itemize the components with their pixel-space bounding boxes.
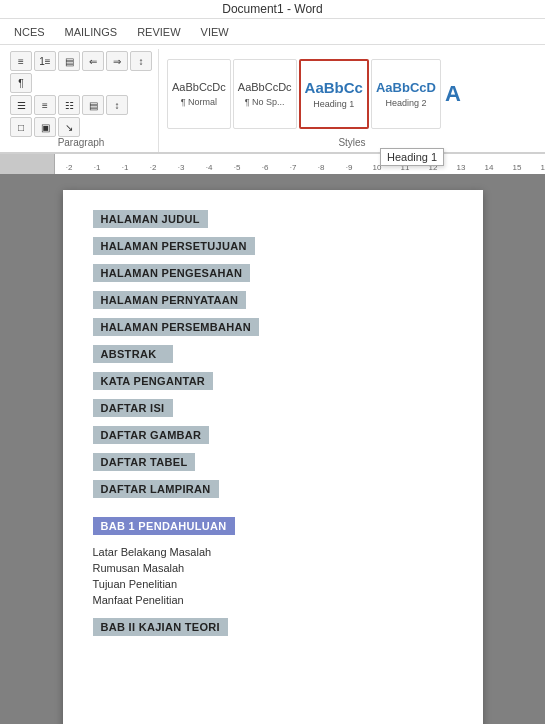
sort-icon[interactable]: ↕ [130, 51, 152, 71]
toc-item-kata-pengantar[interactable]: KATA PENGANTAR [93, 372, 214, 390]
title-bar: Document1 - Word [0, 0, 545, 19]
toc-item-daftar-isi[interactable]: DAFTAR ISI [93, 399, 173, 417]
toc-item-row: DAFTAR GAMBAR [93, 426, 453, 449]
shading-icon[interactable]: ▣ [34, 117, 56, 137]
ruler-numbers: ·2 ·1 ·1 ·2 ·3 ·4 ·5 ·6 ·7 ·8 ·9 10 11 1… [55, 163, 545, 172]
ruler-num: ·2 [55, 163, 83, 172]
style-heading2-label: Heading 2 [385, 98, 426, 108]
heading-tooltip: Heading 1 [380, 148, 444, 166]
toc-item-row: KATA PENGANTAR [93, 372, 453, 395]
ruler-num: ·4 [195, 163, 223, 172]
page: HALAMAN JUDUL HALAMAN PERSETUJUAN HALAMA… [63, 190, 483, 724]
paragraph-row-2: ¶ [10, 73, 152, 93]
list-bullet-icon[interactable]: ≡ [10, 51, 32, 71]
ruler-num: 13 [447, 163, 475, 172]
expand-icon: A [445, 81, 461, 107]
ruler-num: ·3 [167, 163, 195, 172]
paragraph-row-3: ☰ ≡ ☷ ▤ ↕ [10, 95, 152, 115]
tab-mailings[interactable]: MAILINGS [55, 22, 128, 42]
ruler-num: 16 [531, 163, 545, 172]
sub-item-tujuan-penelitian[interactable]: Tujuan Penelitian [93, 576, 453, 592]
style-heading1-label: Heading 1 [313, 99, 354, 109]
list-number-icon[interactable]: 1≡ [34, 51, 56, 71]
ruler-num: ·1 [111, 163, 139, 172]
paragraph-group: ≡ 1≡ ▤ ⇐ ⇒ ↕ ¶ ☰ ≡ ☷ ▤ ↕ □ ▣ ↘ [4, 49, 159, 152]
style-normal[interactable]: AaBbCcDc ¶ Normal [167, 59, 231, 129]
increase-indent-icon[interactable]: ⇒ [106, 51, 128, 71]
document-area: HALAMAN JUDUL HALAMAN PERSETUJUAN HALAMA… [0, 174, 545, 724]
style-normal-label: ¶ Normal [181, 97, 217, 107]
toc-item-row: HALAMAN PERSETUJUAN [93, 237, 453, 260]
style-normal-preview: AaBbCcDc [172, 81, 226, 94]
align-left-icon[interactable]: ☰ [10, 95, 32, 115]
ribbon-tabs: NCES MAILINGS REVIEW VIEW [0, 19, 545, 45]
paragraph-expand-icon[interactable]: ↘ [58, 117, 80, 137]
paragraph-label: Paragraph [58, 137, 105, 150]
toc-item-row: HALAMAN PERNYATAAN [93, 291, 453, 314]
paragraph-row-4: □ ▣ ↘ [10, 117, 152, 137]
ruler-num: ·1 [83, 163, 111, 172]
ruler-right: ·2 ·1 ·1 ·2 ·3 ·4 ·5 ·6 ·7 ·8 ·9 10 11 1… [55, 154, 545, 174]
sub-item-rumusan-masalah[interactable]: Rumusan Masalah [93, 560, 453, 576]
style-no-spacing-label: ¶ No Sp... [245, 97, 285, 107]
style-heading2-preview: AaBbCcD [376, 80, 436, 96]
list-multi-icon[interactable]: ▤ [58, 51, 80, 71]
title-text: Document1 - Word [222, 2, 322, 16]
ruler-num: ·7 [279, 163, 307, 172]
sub-item-manfaat-penelitian[interactable]: Manfaat Penelitian [93, 592, 453, 608]
ruler: ·2 ·1 ·1 ·2 ·3 ·4 ·5 ·6 ·7 ·8 ·9 10 11 1… [0, 154, 545, 174]
toc-item-row: DAFTAR TABEL [93, 453, 453, 476]
ruler-num: ·2 [139, 163, 167, 172]
toc-item-daftar-lampiran[interactable]: DAFTAR LAMPIRAN [93, 480, 219, 498]
show-formatting-icon[interactable]: ¶ [10, 73, 32, 93]
toc-item-bab1[interactable]: BAB 1 PENDAHULUAN [93, 517, 235, 535]
tab-nces[interactable]: NCES [4, 22, 55, 42]
bab1-row: BAB 1 PENDAHULUAN [93, 517, 453, 540]
toc-item-abstrak[interactable]: ABSTRAK [93, 345, 173, 363]
spacer-1 [93, 507, 453, 517]
bab2-row: BAB II KAJIAN TEORI [93, 618, 453, 641]
styles-group: AaBbCcDc ¶ Normal AaBbCcDc ¶ No Sp... Aa… [163, 49, 541, 152]
ruler-num: ·9 [335, 163, 363, 172]
paragraph-controls: ≡ 1≡ ▤ ⇐ ⇒ ↕ ¶ ☰ ≡ ☷ ▤ ↕ □ ▣ ↘ [10, 51, 152, 137]
ruler-left-margin [0, 154, 55, 174]
toc-item-row: HALAMAN JUDUL [93, 210, 453, 233]
toc-item-row: HALAMAN PENGESAHAN [93, 264, 453, 287]
toc-item-bab2[interactable]: BAB II KAJIAN TEORI [93, 618, 228, 636]
toc-item-halaman-pengesahan[interactable]: HALAMAN PENGESAHAN [93, 264, 251, 282]
toc-item-row: DAFTAR LAMPIRAN [93, 480, 453, 503]
ruler-num: ·8 [307, 163, 335, 172]
style-heading1[interactable]: AaBbCc Heading 1 [299, 59, 369, 129]
toc-item-halaman-persembahan[interactable]: HALAMAN PERSEMBAHAN [93, 318, 260, 336]
ruler-num: 14 [475, 163, 503, 172]
ribbon: ≡ 1≡ ▤ ⇐ ⇒ ↕ ¶ ☰ ≡ ☷ ▤ ↕ □ ▣ ↘ [0, 45, 545, 154]
toc-item-row: HALAMAN PERSEMBAHAN [93, 318, 453, 341]
toc-item-daftar-gambar[interactable]: DAFTAR GAMBAR [93, 426, 210, 444]
paragraph-row-1: ≡ 1≡ ▤ ⇐ ⇒ ↕ [10, 51, 152, 71]
styles-row: AaBbCcDc ¶ Normal AaBbCcDc ¶ No Sp... Aa… [167, 51, 537, 137]
toc-item-daftar-tabel[interactable]: DAFTAR TABEL [93, 453, 196, 471]
tab-view[interactable]: VIEW [191, 22, 239, 42]
align-justify-icon[interactable]: ▤ [82, 95, 104, 115]
line-spacing-icon[interactable]: ↕ [106, 95, 128, 115]
ruler-num: ·6 [251, 163, 279, 172]
sub-item-latar-belakang[interactable]: Latar Belakang Masalah [93, 544, 453, 560]
more-styles-button[interactable]: A [443, 81, 463, 107]
toc-item-halaman-judul[interactable]: HALAMAN JUDUL [93, 210, 208, 228]
style-heading1-preview: AaBbCc [305, 79, 363, 97]
ruler-num: ·5 [223, 163, 251, 172]
decrease-indent-icon[interactable]: ⇐ [82, 51, 104, 71]
style-no-spacing[interactable]: AaBbCcDc ¶ No Sp... [233, 59, 297, 129]
toc-item-row: DAFTAR ISI [93, 399, 453, 422]
border-icon[interactable]: □ [10, 117, 32, 137]
toc-item-halaman-pernyataan[interactable]: HALAMAN PERNYATAAN [93, 291, 247, 309]
toc-item-row: ABSTRAK [93, 345, 453, 368]
align-center-icon[interactable]: ≡ [34, 95, 56, 115]
style-no-spacing-preview: AaBbCcDc [238, 81, 292, 94]
ruler-num: 15 [503, 163, 531, 172]
align-right-icon[interactable]: ☷ [58, 95, 80, 115]
tab-review[interactable]: REVIEW [127, 22, 190, 42]
styles-label: Styles [167, 137, 537, 150]
style-heading2[interactable]: AaBbCcD Heading 2 [371, 59, 441, 129]
toc-item-halaman-persetujuan[interactable]: HALAMAN PERSETUJUAN [93, 237, 255, 255]
